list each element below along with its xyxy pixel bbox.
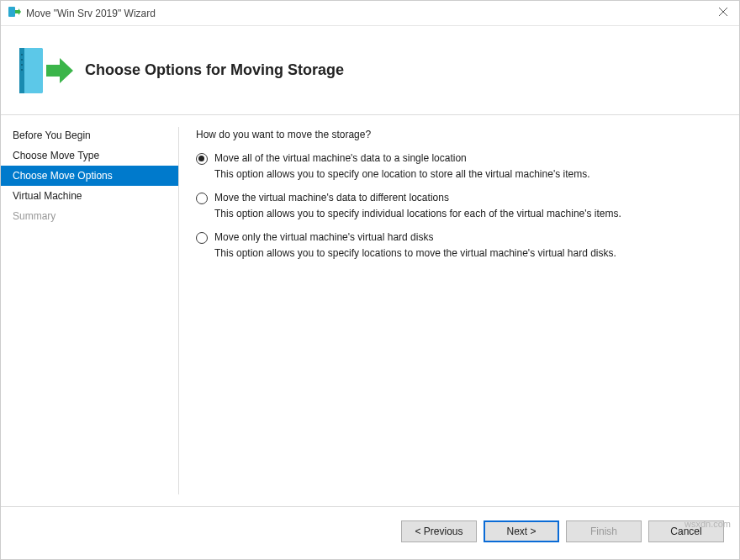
wizard-content: How do you want to move the storage? Mov… xyxy=(179,115,739,506)
svg-point-10 xyxy=(21,69,23,71)
previous-button[interactable]: < Previous xyxy=(401,520,477,542)
svg-point-8 xyxy=(21,59,23,61)
svg-point-9 xyxy=(21,64,23,66)
watermark: wsxdn.com xyxy=(684,519,731,529)
svg-rect-4 xyxy=(23,48,43,93)
step-virtual-machine[interactable]: Virtual Machine xyxy=(1,186,178,206)
wizard-header: Choose Options for Moving Storage xyxy=(1,26,739,115)
wizard-steps-sidebar: Before You Begin Choose Move Type Choose… xyxy=(1,115,178,506)
option-desc: This option allows you to specify indivi… xyxy=(214,208,722,219)
option-vhds-only[interactable]: Move only the virtual machine's virtual … xyxy=(196,231,722,259)
option-label: Move all of the virtual machine's data t… xyxy=(214,152,467,164)
radio-different-locations[interactable] xyxy=(196,193,208,204)
option-label: Move only the virtual machine's virtual … xyxy=(214,231,433,243)
option-label: Move the virtual machine's data to diffe… xyxy=(214,192,449,203)
step-summary[interactable]: Summary xyxy=(1,206,178,226)
next-button[interactable]: Next > xyxy=(484,520,559,542)
step-choose-move-type[interactable]: Choose Move Type xyxy=(1,145,178,166)
svg-rect-0 xyxy=(8,7,15,17)
wizard-body: Before You Begin Choose Move Type Choose… xyxy=(1,115,739,506)
finish-button: Finish xyxy=(566,520,642,542)
radio-vhds-only[interactable] xyxy=(196,232,208,244)
option-different-locations[interactable]: Move the virtual machine's data to diffe… xyxy=(196,192,722,219)
option-desc: This option allows you to specify one lo… xyxy=(214,168,722,180)
content-prompt: How do you want to move the storage? xyxy=(196,129,722,140)
server-move-icon xyxy=(14,41,77,100)
option-desc: This option allows you to specify locati… xyxy=(214,247,722,259)
radio-single-location[interactable] xyxy=(196,153,208,165)
wizard-footer: < Previous Next > Finish Cancel xyxy=(1,506,739,555)
option-single-location[interactable]: Move all of the virtual machine's data t… xyxy=(196,152,722,180)
titlebar-icon xyxy=(8,5,21,21)
page-title: Choose Options for Moving Storage xyxy=(85,61,344,79)
step-before-you-begin[interactable]: Before You Begin xyxy=(1,125,178,145)
titlebar: Move "Win Srv 2019" Wizard xyxy=(1,1,739,26)
step-choose-move-options[interactable]: Choose Move Options xyxy=(1,166,178,186)
window-title: Move "Win Srv 2019" Wizard xyxy=(26,8,156,19)
svg-point-7 xyxy=(21,54,23,55)
close-button[interactable] xyxy=(716,6,731,21)
